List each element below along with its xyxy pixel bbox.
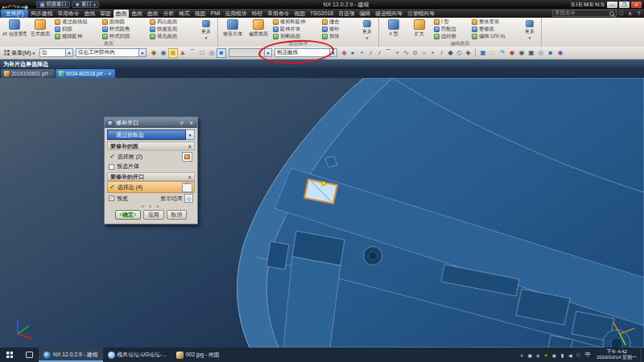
midpoint-snap-icon[interactable]: / <box>375 48 384 58</box>
dialog-titlebar[interactable]: 修补开口 ↺ ✕ <box>105 117 197 128</box>
ribbon-button[interactable]: 编辑 U/V 向 <box>472 33 518 39</box>
select-face-icon[interactable] <box>182 152 192 162</box>
ribbon-tab[interactable]: 常用命令 <box>55 10 81 18</box>
section-openings-to-patch[interactable]: 要修补的开口∧ <box>107 172 195 181</box>
spline-point-snap-icon[interactable]: ∿ <box>402 48 411 58</box>
arc-center-snap-icon[interactable]: ⊙ <box>411 48 419 58</box>
dialog-collapse-chevrons[interactable]: ∨ ∨ ∨ <box>107 204 195 209</box>
reset-filter-icon[interactable]: ◆ <box>340 48 349 58</box>
preselect-sheet-checkbox[interactable]: 预选片体 <box>107 162 195 171</box>
existing-point-snap-icon[interactable]: + <box>428 48 437 58</box>
select-edge-icon[interactable]: ⌒ <box>182 183 192 192</box>
ribbon-tab[interactable]: 曲面 <box>145 10 161 18</box>
ribbon-button[interactable]: 修补 <box>322 26 356 32</box>
part-tab-active[interactable]: 9034-M2018.prt ▫ ✕ <box>56 69 115 78</box>
graphics-viewport[interactable]: 修补开口 ↺ ✕ ⌒ 通过拾取边 ▼ 要修补的面∧ ✓ 选择面 (2) <box>0 78 644 348</box>
ribbon-button[interactable]: 边对称 <box>434 33 469 39</box>
ribbon-tab[interactable]: 曲面 <box>114 10 130 18</box>
ribbon-tab[interactable]: 同步建模 <box>28 10 55 18</box>
move-handle-icon[interactable]: + <box>357 48 366 58</box>
minimize-ribbon-icon[interactable]: ∧ <box>625 10 634 17</box>
more-button[interactable]: 更多▾ <box>197 19 215 40</box>
ribbon-tab[interactable]: 编辑 <box>357 10 374 18</box>
fullscreen-icon[interactable]: □ <box>617 10 625 17</box>
pin-icon[interactable]: ▫ <box>50 72 52 76</box>
snap-point-icon[interactable]: ◉ <box>159 48 168 58</box>
patch-openings-dialog[interactable]: 修补开口 ↺ ✕ ⌒ 通过拾取边 ▼ 要修补的面∧ ✓ 选择面 (2) <box>104 117 198 224</box>
ribbon-tab[interactable]: PMI <box>208 10 222 18</box>
patch-type-dropdown-arrow[interactable]: ▼ <box>186 130 195 140</box>
volume-icon[interactable]: ◀ <box>566 352 574 358</box>
ribbon-big-button[interactable]: 扩大 <box>407 19 431 38</box>
pin-icon[interactable]: ▫ <box>105 72 106 76</box>
datum-snap-icon[interactable]: ◈ <box>464 48 473 58</box>
ribbon-button[interactable]: 样式圆角 <box>102 26 147 32</box>
ribbon-button[interactable]: 填充曲面 <box>150 33 195 39</box>
ribbon-tab[interactable]: 级进模向导 <box>373 10 405 18</box>
ribbon-big-button[interactable]: 偏置曲面 <box>246 19 270 38</box>
select-curve-icon[interactable]: ⌒ <box>188 48 197 58</box>
point-on-curve-snap-icon[interactable]: / <box>437 48 446 58</box>
ribbon-button[interactable]: 样式扫掠 <box>102 33 147 39</box>
ribbon-tab[interactable]: 视图 <box>192 10 208 18</box>
network-icon[interactable]: ▮ <box>558 352 566 358</box>
ribbon-tab[interactable]: 曲面 <box>129 10 145 18</box>
forward-icon[interactable]: ▸ <box>349 48 357 58</box>
cancel-button[interactable]: 取消 <box>167 210 188 220</box>
taskbar-app-browser[interactable]: 模具论坛-UG论坛-... <box>103 348 171 362</box>
show-desktop-button[interactable] <box>641 348 644 362</box>
ribbon-button[interactable]: 快速造面 <box>150 26 195 32</box>
wcs-triad-icon[interactable] <box>18 319 32 339</box>
part-tab-inactive[interactable]: 2019100601.prt ▫ <box>1 69 55 78</box>
ribbon-tab[interactable]: 分析 <box>161 10 177 18</box>
refresh-view-icon[interactable]: ↷ <box>497 48 507 58</box>
quadrant-snap-icon[interactable]: ○ <box>419 48 428 58</box>
fit-view-icon[interactable]: ◉ <box>517 48 526 58</box>
select-region-icon[interactable]: □ <box>197 48 207 58</box>
taskbar-app-nx[interactable]: NX 12.0.2.9 - 建模 <box>39 348 103 362</box>
restore-button[interactable]: ❒ <box>619 2 630 8</box>
repeat-command-icon[interactable]: ◆ <box>24 4 28 10</box>
ribbon-tab[interactable]: 注塑模向导 <box>405 10 437 18</box>
ribbon-button[interactable]: 匹配边 <box>434 26 469 32</box>
gpu-icon[interactable]: ▲ <box>542 352 550 358</box>
ribbon-tab[interactable]: 草图 <box>97 10 114 18</box>
layers-icon[interactable]: □ <box>488 48 497 58</box>
hidden-icons-icon[interactable]: ∧ <box>518 352 526 358</box>
brush-icon[interactable]: ◆ <box>507 48 517 58</box>
ribbon-tab[interactable]: 特征 <box>250 10 266 18</box>
show-result-button[interactable]: 显示结果 ◎ <box>160 194 193 203</box>
messenger-icon[interactable]: ▣ <box>526 352 534 358</box>
defender-icon[interactable]: ◆ <box>534 352 542 358</box>
menu-grid-icon[interactable]: ▣ <box>168 48 178 58</box>
ribbon-button[interactable]: 剪断曲面 <box>273 33 320 39</box>
ribbon-tab[interactable]: 应用模块 <box>223 10 250 18</box>
ribbon-button[interactable]: 缝合 <box>322 19 356 25</box>
ok-button[interactable]: 确定 <box>115 210 141 220</box>
bounded-plane-snap-icon[interactable]: ◇ <box>455 48 464 58</box>
apply-button[interactable]: 应用 <box>143 210 164 220</box>
wireframe-sphere-icon[interactable]: ◎ <box>207 48 217 58</box>
ribbon-button[interactable]: 面倒圆 <box>102 19 147 25</box>
minimize-button[interactable]: — <box>607 2 617 8</box>
more-button[interactable]: 更多▾ <box>521 19 539 40</box>
curve-rule-combo[interactable]: 相连曲线▼ <box>275 48 337 57</box>
patch-type-dropdown[interactable]: ⌒ 通过拾取边 <box>107 130 186 140</box>
dialog-reset-icon[interactable]: ↺ <box>178 120 185 125</box>
ribbon-button[interactable]: 规律延伸 <box>55 33 100 39</box>
ribbon-tab[interactable]: 曲线 <box>82 10 98 18</box>
switch-window-button[interactable]: ▣ 切换窗口 <box>36 1 70 8</box>
point-on-face-snap-icon[interactable]: ◆ <box>446 48 455 58</box>
select-face-row[interactable]: ✓ 选择面 (2) <box>107 150 195 162</box>
ribbon-tab[interactable]: 常用命令 <box>265 10 291 18</box>
ribbon-button[interactable]: I 型 <box>434 19 469 25</box>
dialog-close-icon[interactable]: ✕ <box>188 120 195 125</box>
notification-icon[interactable]: □ <box>574 352 582 358</box>
preview-checkbox[interactable]: ✓ <box>109 195 114 201</box>
help-icon[interactable]: ? <box>634 10 643 17</box>
ribbon-button[interactable]: 扫掠 <box>55 26 100 32</box>
ribbon-tab[interactable]: 格式 <box>176 10 192 18</box>
ribbon-button[interactable]: 四点曲面 <box>150 19 195 25</box>
shaded-view-icon[interactable]: ■ <box>546 48 555 58</box>
ribbon-button[interactable]: 延伸片体 <box>273 26 320 32</box>
